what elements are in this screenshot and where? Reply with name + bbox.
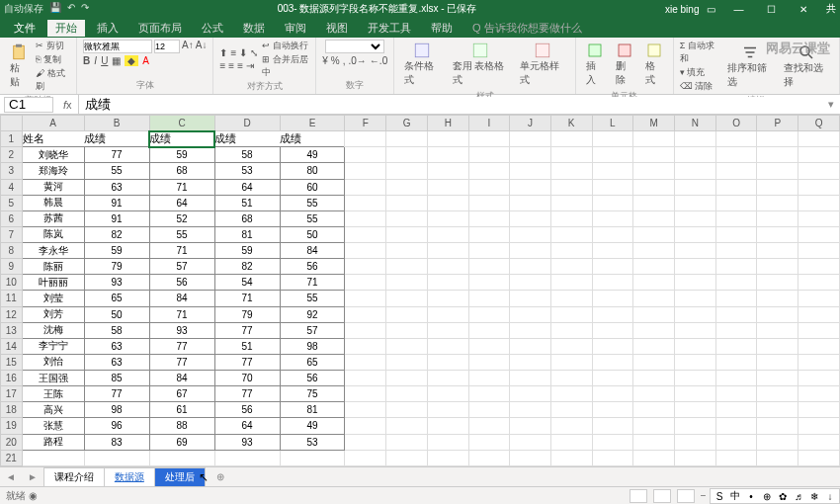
- cell-M6[interactable]: [633, 210, 675, 226]
- cell-N10[interactable]: [674, 275, 715, 291]
- cell-D13[interactable]: 77: [214, 322, 280, 338]
- cell-A10[interactable]: 叶丽丽: [22, 275, 84, 291]
- cell-styles-button[interactable]: 单元格样式: [516, 40, 568, 89]
- font-name-select[interactable]: [83, 40, 152, 53]
- fx-icon[interactable]: fx: [57, 95, 79, 114]
- align-center-icon[interactable]: ≡: [228, 60, 234, 71]
- cell-M9[interactable]: [633, 259, 675, 275]
- cell-N11[interactable]: [674, 291, 715, 306]
- cell-I15[interactable]: [468, 354, 510, 370]
- cell-O6[interactable]: [715, 210, 757, 226]
- cell-Q19[interactable]: [798, 418, 840, 434]
- cell-B3[interactable]: 55: [84, 163, 149, 179]
- insert-cells-button[interactable]: 插入: [582, 40, 608, 89]
- cell-O2[interactable]: [715, 147, 757, 163]
- cell-Q20[interactable]: [798, 434, 840, 450]
- cell-A12[interactable]: 刘芳: [22, 306, 84, 322]
- tell-me-search[interactable]: Q 告诉我你想要做什么: [472, 21, 582, 36]
- row-header-7[interactable]: 7: [1, 226, 23, 242]
- cell-H11[interactable]: [427, 291, 468, 306]
- clear-button[interactable]: ⌫ 清除: [680, 80, 719, 93]
- align-top-icon[interactable]: ⬆: [219, 47, 227, 58]
- cell-G10[interactable]: [386, 275, 428, 291]
- cell-G21[interactable]: [386, 450, 428, 465]
- tab-developer[interactable]: 开发工具: [360, 20, 419, 37]
- row-header-20[interactable]: 20: [1, 434, 23, 450]
- cell-P12[interactable]: [757, 306, 798, 322]
- cell-G1[interactable]: [386, 131, 428, 147]
- tab-data[interactable]: 数据: [235, 20, 273, 37]
- cell-O8[interactable]: [715, 243, 757, 259]
- cell-E9[interactable]: 56: [280, 259, 345, 275]
- cell-K12[interactable]: [550, 306, 592, 322]
- cell-B11[interactable]: 65: [84, 291, 149, 306]
- cell-M3[interactable]: [633, 163, 675, 179]
- cell-N18[interactable]: [674, 402, 715, 418]
- comma-icon[interactable]: ,: [343, 55, 346, 66]
- cell-G14[interactable]: [386, 338, 428, 354]
- close-button[interactable]: ✕: [789, 4, 818, 15]
- cell-G8[interactable]: [386, 243, 428, 259]
- col-header-J[interactable]: J: [510, 116, 551, 131]
- cell-H6[interactable]: [427, 210, 468, 226]
- cell-K17[interactable]: [550, 386, 592, 402]
- cell-J12[interactable]: [510, 306, 551, 322]
- indent-icon[interactable]: ⇥: [246, 60, 254, 71]
- cell-P1[interactable]: [757, 131, 798, 147]
- cell-I14[interactable]: [468, 338, 510, 354]
- fill-button[interactable]: ▾ 填充: [680, 66, 719, 79]
- col-header-I[interactable]: I: [468, 116, 510, 131]
- cell-N14[interactable]: [674, 338, 715, 354]
- col-header-O[interactable]: O: [715, 116, 757, 131]
- cell-G3[interactable]: [386, 163, 428, 179]
- cell-F10[interactable]: [345, 275, 386, 291]
- cell-F13[interactable]: [345, 322, 386, 338]
- tab-formulas[interactable]: 公式: [194, 20, 231, 37]
- cell-H19[interactable]: [427, 418, 468, 434]
- cell-M15[interactable]: [633, 354, 675, 370]
- cell-E1[interactable]: 成绩: [280, 131, 345, 147]
- cell-M7[interactable]: [633, 226, 675, 242]
- ribbon-options-icon[interactable]: ▭: [707, 4, 715, 15]
- col-header-G[interactable]: G: [386, 116, 428, 131]
- cell-A4[interactable]: 黄河: [22, 179, 84, 195]
- cell-P9[interactable]: [757, 259, 798, 275]
- cell-P3[interactable]: [757, 163, 798, 179]
- cell-J7[interactable]: [510, 226, 551, 242]
- cell-E7[interactable]: 50: [280, 226, 345, 242]
- cell-O20[interactable]: [715, 434, 757, 450]
- cell-P4[interactable]: [757, 179, 798, 195]
- cell-N8[interactable]: [674, 243, 715, 259]
- cell-Q12[interactable]: [798, 306, 840, 322]
- cell-N15[interactable]: [674, 354, 715, 370]
- redo-icon[interactable]: ↷: [81, 2, 89, 16]
- cell-J17[interactable]: [510, 386, 551, 402]
- cell-Q2[interactable]: [798, 147, 840, 163]
- cell-M13[interactable]: [633, 322, 675, 338]
- cell-Q6[interactable]: [798, 210, 840, 226]
- cell-E21[interactable]: [280, 450, 345, 465]
- cell-P19[interactable]: [757, 418, 798, 434]
- cell-I11[interactable]: [468, 291, 510, 306]
- cell-D2[interactable]: 58: [214, 147, 280, 163]
- cell-C8[interactable]: 71: [149, 243, 214, 259]
- cell-P11[interactable]: [757, 291, 798, 306]
- cell-N12[interactable]: [674, 306, 715, 322]
- cell-E20[interactable]: 53: [280, 434, 345, 450]
- cell-F16[interactable]: [345, 371, 386, 386]
- cell-J13[interactable]: [510, 322, 551, 338]
- cell-L20[interactable]: [592, 434, 633, 450]
- cell-N9[interactable]: [674, 259, 715, 275]
- view-normal-button[interactable]: [630, 489, 647, 503]
- cell-G20[interactable]: [386, 434, 428, 450]
- cell-O17[interactable]: [715, 386, 757, 402]
- tab-insert[interactable]: 插入: [89, 20, 126, 37]
- cell-N20[interactable]: [674, 434, 715, 450]
- cell-D12[interactable]: 79: [214, 306, 280, 322]
- zoom-out-button[interactable]: −: [701, 490, 707, 501]
- cell-B17[interactable]: 77: [84, 386, 149, 402]
- cell-O19[interactable]: [715, 418, 757, 434]
- worksheet-grid[interactable]: ABCDEFGHIJKLMNOPQ1姓名成绩成绩成绩成绩2刘晓华77595849…: [0, 115, 840, 466]
- cell-J10[interactable]: [510, 275, 551, 291]
- cell-D4[interactable]: 64: [214, 179, 280, 195]
